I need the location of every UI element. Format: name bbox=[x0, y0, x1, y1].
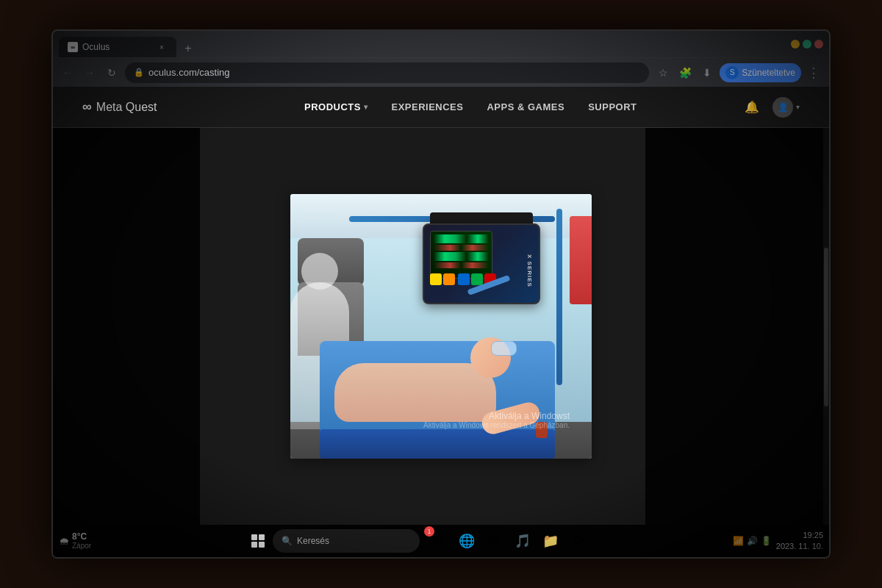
taskbar-search-icon: 🔍 bbox=[282, 536, 293, 546]
ecg-line-3 bbox=[434, 252, 489, 261]
taskbar-search-text: Keresés bbox=[297, 536, 329, 546]
main-content: X SERIES bbox=[53, 128, 829, 525]
dark-left-panel bbox=[53, 128, 200, 525]
browser-tab[interactable]: ∞ Oculus × bbox=[59, 37, 176, 57]
browser-frame: ∞ Oculus × + ← → ↻ 🔒 bbox=[53, 31, 829, 557]
reload-button[interactable]: ↻ bbox=[103, 64, 121, 82]
tab-area: ∞ Oculus × + bbox=[59, 31, 782, 57]
vr-device-screen bbox=[430, 231, 492, 279]
weather-temp: 8°C bbox=[72, 531, 91, 542]
taskbar-date: 2023. 11. 10. bbox=[776, 541, 823, 552]
nav-links: PRODUCTS ▾ EXPERIENCES APPS & GAMES SUPP… bbox=[201, 101, 740, 112]
ecg-line-2 bbox=[434, 245, 489, 251]
taskbar-settings-icon[interactable]: ⚙ bbox=[565, 528, 592, 554]
taskbar-edge-icon[interactable]: 🌐 bbox=[453, 528, 480, 554]
weather-text: 8°C Zápor bbox=[72, 531, 91, 551]
windows-logo-icon bbox=[251, 534, 265, 548]
tab-title: Oculus bbox=[82, 42, 151, 52]
vr-medical-device: X SERIES bbox=[423, 223, 540, 319]
vr-scene-image: X SERIES bbox=[290, 194, 592, 459]
webpage: ∞ Meta Quest PRODUCTS ▾ EXPERIENCES APPS… bbox=[53, 87, 829, 557]
win-logo-quad-3 bbox=[251, 542, 257, 548]
scrollbar-track[interactable] bbox=[823, 128, 829, 525]
weather-icon: 🌧 bbox=[59, 535, 69, 547]
vr-interior: X SERIES bbox=[290, 194, 592, 459]
win-logo-quad-1 bbox=[251, 534, 257, 540]
forward-button[interactable]: → bbox=[81, 64, 98, 82]
vr-pulse-oximeter bbox=[536, 422, 548, 438]
products-chevron-icon: ▾ bbox=[364, 103, 368, 111]
meta-quest-logo[interactable]: ∞ Meta Quest bbox=[82, 99, 157, 115]
battery-icon[interactable]: 🔋 bbox=[761, 536, 772, 546]
profile-button[interactable]: S Szüneteltetve bbox=[720, 63, 801, 82]
taskbar-app-mail: ✉ 1 bbox=[426, 528, 452, 554]
wifi-icon[interactable]: 📶 bbox=[733, 536, 744, 546]
mail-notification-badge: 1 bbox=[424, 526, 434, 537]
site-navigation: ∞ Meta Quest PRODUCTS ▾ EXPERIENCES APPS… bbox=[53, 87, 829, 128]
vr-device-screen-inner bbox=[431, 232, 492, 278]
ecg-line-4 bbox=[434, 262, 489, 268]
vr-btn-yellow bbox=[430, 273, 442, 285]
window-maximize-button[interactable] bbox=[803, 40, 811, 49]
taskbar-explorer-icon[interactable]: 📁 bbox=[537, 528, 564, 554]
vr-btn-group-1 bbox=[430, 273, 455, 295]
profile-avatar: S bbox=[725, 66, 739, 79]
taskbar-pinned-apps: ✉ 1 🌐 🛍 🎵 📁 ⚙ bbox=[426, 528, 592, 554]
vr-red-wall-accent bbox=[570, 216, 592, 304]
nav-support[interactable]: SUPPORT bbox=[588, 101, 637, 112]
user-account-button[interactable]: 👤 ▾ bbox=[772, 97, 800, 118]
weather-condition: Zápor bbox=[72, 542, 91, 551]
taskbar-media-icon[interactable]: 🎵 bbox=[509, 528, 536, 554]
user-avatar: 👤 bbox=[772, 97, 793, 118]
meta-symbol: ∞ bbox=[82, 99, 92, 115]
taskbar-center: 🔍 Keresés ✉ 1 🌐 🛍 🎵 📁 bbox=[147, 528, 691, 554]
profile-label: Szüneteltetve bbox=[742, 68, 795, 78]
window-controls bbox=[791, 40, 823, 49]
address-bar-row: ← → ↻ 🔒 oculus.com/casting ☆ 🧩 ⬇ S Szüne… bbox=[53, 57, 829, 87]
extension-puzzle-icon[interactable]: 🧩 bbox=[675, 63, 695, 82]
taskbar-datetime[interactable]: 19:25 2023. 11. 10. bbox=[776, 530, 823, 553]
volume-icon[interactable]: 🔊 bbox=[747, 536, 758, 546]
address-text: oculus.com/casting bbox=[148, 67, 230, 78]
taskbar-store-icon[interactable]: 🛍 bbox=[481, 528, 508, 554]
win-logo-quad-2 bbox=[259, 534, 265, 540]
vr-patient-body bbox=[334, 363, 496, 422]
taskbar-search-bar[interactable]: 🔍 Keresés bbox=[273, 529, 420, 553]
system-tray: 📶 🔊 🔋 bbox=[733, 536, 772, 546]
lock-icon: 🔒 bbox=[134, 68, 144, 77]
vr-btn-blue bbox=[458, 273, 470, 285]
vr-oxygen-mask bbox=[491, 341, 517, 356]
vr-right-rail bbox=[556, 209, 562, 385]
monitor: ∞ Oculus × + ← → ↻ 🔒 bbox=[51, 29, 831, 559]
ecg-line-1 bbox=[434, 234, 489, 243]
window-minimize-button[interactable] bbox=[791, 40, 800, 49]
tab-close-button[interactable]: × bbox=[156, 41, 168, 53]
browser-menu-button[interactable]: ⋮ bbox=[804, 63, 823, 82]
tab-favicon: ∞ bbox=[68, 42, 78, 52]
win-logo-quad-4 bbox=[259, 542, 265, 548]
window-close-button[interactable] bbox=[814, 40, 823, 49]
taskbar-time: 19:25 bbox=[776, 530, 823, 541]
nav-products[interactable]: PRODUCTS ▾ bbox=[304, 101, 368, 112]
vr-device-body: X SERIES bbox=[423, 223, 540, 304]
nav-experiences[interactable]: EXPERIENCES bbox=[391, 101, 463, 112]
vr-stretcher-bed bbox=[320, 429, 555, 459]
bookmark-button[interactable]: ☆ bbox=[653, 63, 673, 82]
download-icon[interactable]: ⬇ bbox=[698, 63, 717, 82]
weather-widget[interactable]: 🌧 8°C Zápor bbox=[59, 531, 91, 551]
back-button[interactable]: ← bbox=[59, 64, 76, 82]
address-field[interactable]: 🔒 oculus.com/casting bbox=[125, 62, 649, 83]
vr-btn-green bbox=[471, 273, 483, 285]
vr-stretcher bbox=[320, 341, 555, 459]
browser-toolbar-icons: ☆ 🧩 ⬇ S Szüneteltetve ⋮ bbox=[653, 63, 823, 82]
notification-bell-icon[interactable]: 🔔 bbox=[740, 96, 764, 119]
taskbar-left: 🌧 8°C Zápor bbox=[59, 531, 147, 551]
vr-btn-orange bbox=[443, 273, 455, 285]
screen-content: ∞ Oculus × + ← → ↻ 🔒 bbox=[53, 31, 829, 557]
scrollbar-thumb[interactable] bbox=[824, 248, 828, 406]
logo-text: Meta Quest bbox=[96, 101, 157, 114]
nav-apps-games[interactable]: APPS & GAMES bbox=[487, 101, 564, 112]
new-tab-button[interactable]: + bbox=[179, 40, 197, 57]
windows-start-button[interactable] bbox=[246, 529, 270, 553]
windows-taskbar: 🌧 8°C Zápor bbox=[53, 525, 829, 557]
